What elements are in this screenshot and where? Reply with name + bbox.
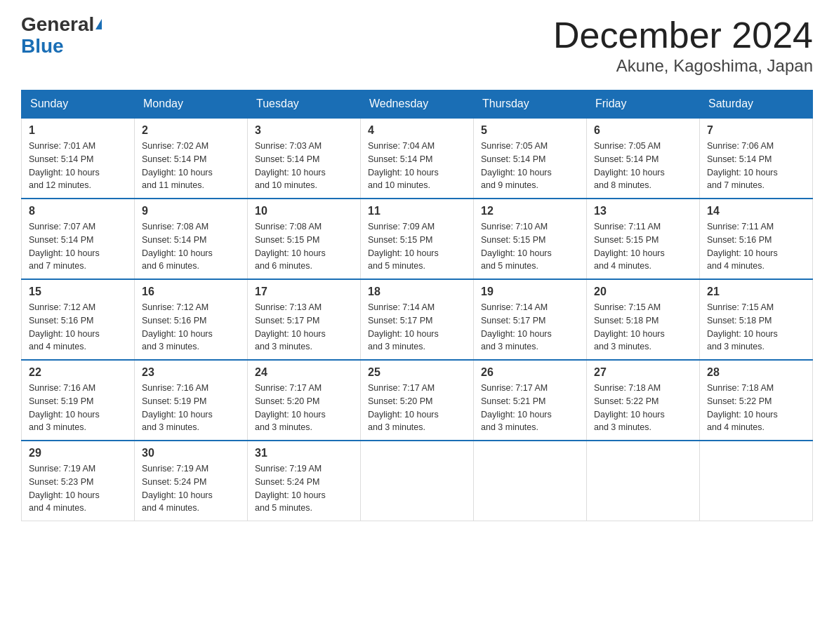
day-info: Sunrise: 7:18 AMSunset: 5:22 PMDaylight:… xyxy=(594,382,692,434)
day-info: Sunrise: 7:01 AMSunset: 5:14 PMDaylight:… xyxy=(29,140,127,192)
calendar-cell xyxy=(361,441,474,521)
day-number: 25 xyxy=(368,366,466,379)
day-number: 4 xyxy=(368,124,466,137)
calendar-cell: 29Sunrise: 7:19 AMSunset: 5:23 PMDayligh… xyxy=(22,441,135,521)
calendar-cell: 15Sunrise: 7:12 AMSunset: 5:16 PMDayligh… xyxy=(22,279,135,360)
day-info: Sunrise: 7:19 AMSunset: 5:24 PMDaylight:… xyxy=(142,462,240,515)
day-number: 6 xyxy=(594,124,692,137)
day-number: 20 xyxy=(594,286,692,298)
calendar-cell: 2Sunrise: 7:02 AMSunset: 5:14 PMDaylight… xyxy=(135,118,248,199)
calendar-subtitle: Akune, Kagoshima, Japan xyxy=(553,56,813,76)
calendar-title: December 2024 xyxy=(553,14,813,56)
calendar-week-row: 1Sunrise: 7:01 AMSunset: 5:14 PMDaylight… xyxy=(22,118,813,199)
calendar-cell: 28Sunrise: 7:18 AMSunset: 5:22 PMDayligh… xyxy=(700,360,813,441)
calendar-cell: 14Sunrise: 7:11 AMSunset: 5:16 PMDayligh… xyxy=(700,199,813,279)
logo-general: General xyxy=(21,14,94,36)
calendar-cell: 22Sunrise: 7:16 AMSunset: 5:19 PMDayligh… xyxy=(22,360,135,441)
calendar-cell: 20Sunrise: 7:15 AMSunset: 5:18 PMDayligh… xyxy=(587,279,700,360)
weekday-header-thursday: Thursday xyxy=(474,90,587,119)
calendar-week-row: 22Sunrise: 7:16 AMSunset: 5:19 PMDayligh… xyxy=(22,360,813,441)
calendar-cell: 5Sunrise: 7:05 AMSunset: 5:14 PMDaylight… xyxy=(474,118,587,199)
calendar-cell: 21Sunrise: 7:15 AMSunset: 5:18 PMDayligh… xyxy=(700,279,813,360)
day-number: 12 xyxy=(481,205,579,217)
day-number: 1 xyxy=(29,124,127,137)
day-number: 24 xyxy=(255,366,353,379)
day-info: Sunrise: 7:03 AMSunset: 5:14 PMDaylight:… xyxy=(255,140,353,192)
day-number: 8 xyxy=(29,205,127,217)
day-info: Sunrise: 7:05 AMSunset: 5:14 PMDaylight:… xyxy=(481,140,579,192)
calendar-cell: 7Sunrise: 7:06 AMSunset: 5:14 PMDaylight… xyxy=(700,118,813,199)
day-info: Sunrise: 7:04 AMSunset: 5:14 PMDaylight:… xyxy=(368,140,466,192)
calendar-cell: 13Sunrise: 7:11 AMSunset: 5:15 PMDayligh… xyxy=(587,199,700,279)
weekday-header-friday: Friday xyxy=(587,90,700,119)
day-number: 30 xyxy=(142,447,240,459)
day-number: 27 xyxy=(594,366,692,379)
day-info: Sunrise: 7:16 AMSunset: 5:19 PMDaylight:… xyxy=(142,382,240,434)
day-info: Sunrise: 7:17 AMSunset: 5:21 PMDaylight:… xyxy=(481,382,579,434)
day-info: Sunrise: 7:13 AMSunset: 5:17 PMDaylight:… xyxy=(255,301,353,354)
day-info: Sunrise: 7:16 AMSunset: 5:19 PMDaylight:… xyxy=(29,382,127,434)
day-number: 15 xyxy=(29,286,127,298)
calendar-cell: 24Sunrise: 7:17 AMSunset: 5:20 PMDayligh… xyxy=(248,360,361,441)
calendar-cell: 25Sunrise: 7:17 AMSunset: 5:20 PMDayligh… xyxy=(361,360,474,441)
weekday-header-tuesday: Tuesday xyxy=(248,90,361,119)
calendar-cell: 12Sunrise: 7:10 AMSunset: 5:15 PMDayligh… xyxy=(474,199,587,279)
day-number: 10 xyxy=(255,205,353,217)
day-info: Sunrise: 7:10 AMSunset: 5:15 PMDaylight:… xyxy=(481,220,579,273)
day-number: 19 xyxy=(481,286,579,298)
day-info: Sunrise: 7:18 AMSunset: 5:22 PMDaylight:… xyxy=(707,382,805,434)
day-info: Sunrise: 7:12 AMSunset: 5:16 PMDaylight:… xyxy=(142,301,240,354)
logo-triangle-icon xyxy=(95,19,102,29)
day-number: 23 xyxy=(142,366,240,379)
day-info: Sunrise: 7:17 AMSunset: 5:20 PMDaylight:… xyxy=(255,382,353,434)
day-number: 17 xyxy=(255,286,353,298)
day-number: 5 xyxy=(481,124,579,137)
calendar-cell: 1Sunrise: 7:01 AMSunset: 5:14 PMDaylight… xyxy=(22,118,135,199)
day-number: 21 xyxy=(707,286,805,298)
day-number: 26 xyxy=(481,366,579,379)
logo: General Blue xyxy=(21,14,102,58)
title-block: December 2024 Akune, Kagoshima, Japan xyxy=(553,14,813,76)
day-info: Sunrise: 7:14 AMSunset: 5:17 PMDaylight:… xyxy=(481,301,579,354)
day-number: 11 xyxy=(368,205,466,217)
calendar-cell: 19Sunrise: 7:14 AMSunset: 5:17 PMDayligh… xyxy=(474,279,587,360)
calendar-cell: 6Sunrise: 7:05 AMSunset: 5:14 PMDaylight… xyxy=(587,118,700,199)
weekday-header-row: SundayMondayTuesdayWednesdayThursdayFrid… xyxy=(22,90,813,119)
day-number: 7 xyxy=(707,124,805,137)
day-number: 13 xyxy=(594,205,692,217)
calendar-table: SundayMondayTuesdayWednesdayThursdayFrid… xyxy=(21,90,813,521)
calendar-cell: 10Sunrise: 7:08 AMSunset: 5:15 PMDayligh… xyxy=(248,199,361,279)
day-info: Sunrise: 7:14 AMSunset: 5:17 PMDaylight:… xyxy=(368,301,466,354)
calendar-week-row: 8Sunrise: 7:07 AMSunset: 5:14 PMDaylight… xyxy=(22,199,813,279)
day-info: Sunrise: 7:15 AMSunset: 5:18 PMDaylight:… xyxy=(594,301,692,354)
day-number: 14 xyxy=(707,205,805,217)
day-info: Sunrise: 7:07 AMSunset: 5:14 PMDaylight:… xyxy=(29,220,127,273)
calendar-header: SundayMondayTuesdayWednesdayThursdayFrid… xyxy=(22,90,813,119)
page-header: General Blue December 2024 Akune, Kagosh… xyxy=(21,14,813,76)
day-info: Sunrise: 7:08 AMSunset: 5:14 PMDaylight:… xyxy=(142,220,240,273)
calendar-cell: 18Sunrise: 7:14 AMSunset: 5:17 PMDayligh… xyxy=(361,279,474,360)
calendar-cell: 3Sunrise: 7:03 AMSunset: 5:14 PMDaylight… xyxy=(248,118,361,199)
day-number: 2 xyxy=(142,124,240,137)
calendar-cell: 27Sunrise: 7:18 AMSunset: 5:22 PMDayligh… xyxy=(587,360,700,441)
day-info: Sunrise: 7:19 AMSunset: 5:24 PMDaylight:… xyxy=(255,462,353,515)
calendar-cell: 8Sunrise: 7:07 AMSunset: 5:14 PMDaylight… xyxy=(22,199,135,279)
calendar-cell: 16Sunrise: 7:12 AMSunset: 5:16 PMDayligh… xyxy=(135,279,248,360)
day-info: Sunrise: 7:11 AMSunset: 5:15 PMDaylight:… xyxy=(594,220,692,273)
day-number: 22 xyxy=(29,366,127,379)
day-info: Sunrise: 7:11 AMSunset: 5:16 PMDaylight:… xyxy=(707,220,805,273)
calendar-cell xyxy=(700,441,813,521)
day-number: 3 xyxy=(255,124,353,137)
day-number: 28 xyxy=(707,366,805,379)
calendar-cell: 4Sunrise: 7:04 AMSunset: 5:14 PMDaylight… xyxy=(361,118,474,199)
calendar-cell: 9Sunrise: 7:08 AMSunset: 5:14 PMDaylight… xyxy=(135,199,248,279)
calendar-cell: 26Sunrise: 7:17 AMSunset: 5:21 PMDayligh… xyxy=(474,360,587,441)
day-number: 16 xyxy=(142,286,240,298)
logo-blue: Blue xyxy=(21,35,64,57)
day-info: Sunrise: 7:02 AMSunset: 5:14 PMDaylight:… xyxy=(142,140,240,192)
day-info: Sunrise: 7:05 AMSunset: 5:14 PMDaylight:… xyxy=(594,140,692,192)
calendar-week-row: 29Sunrise: 7:19 AMSunset: 5:23 PMDayligh… xyxy=(22,441,813,521)
calendar-cell xyxy=(474,441,587,521)
day-info: Sunrise: 7:17 AMSunset: 5:20 PMDaylight:… xyxy=(368,382,466,434)
calendar-cell: 11Sunrise: 7:09 AMSunset: 5:15 PMDayligh… xyxy=(361,199,474,279)
